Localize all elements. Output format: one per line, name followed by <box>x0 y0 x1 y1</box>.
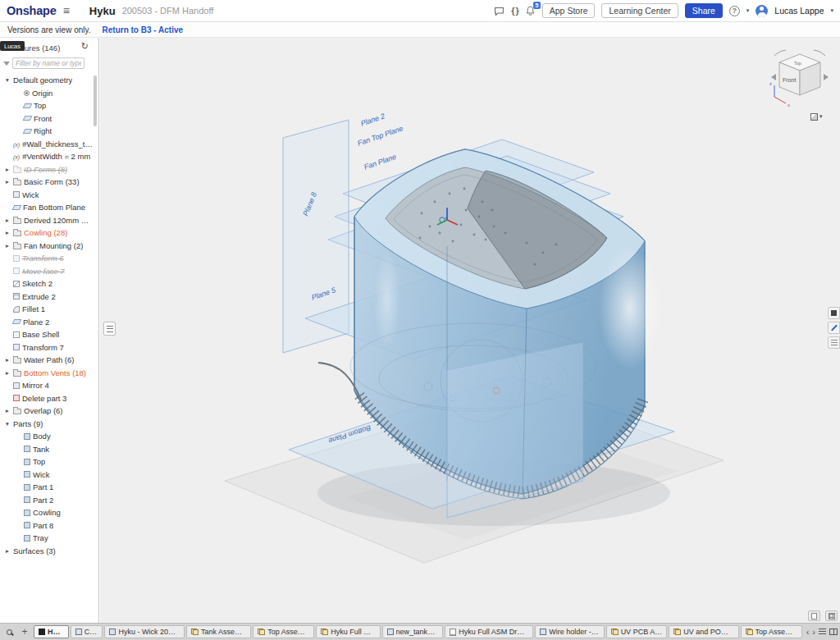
filter-input[interactable] <box>12 57 84 69</box>
document-tab[interactable]: UV PCB ASM <box>606 625 668 638</box>
feature-tree-item[interactable]: Mirror 4 <box>0 379 93 392</box>
document-tab[interactable]: new_tank_KC <box>382 625 444 638</box>
scroll-tabs-right-icon[interactable]: › <box>812 628 815 637</box>
chevron-icon[interactable]: ▸ <box>4 242 11 249</box>
comment-icon[interactable] <box>494 6 504 16</box>
feature-tree-item[interactable]: Transform 6 <box>0 252 93 265</box>
chevron-icon[interactable]: ▸ <box>4 369 11 377</box>
feature-tree-item[interactable]: Body <box>0 430 93 443</box>
app-store-button[interactable]: App Store <box>542 3 596 18</box>
return-to-active-link[interactable]: Return to B3 - Active <box>103 25 184 34</box>
rotate-right-arrow-icon[interactable] <box>824 74 829 80</box>
feature-panel-toggle-button[interactable] <box>103 322 116 336</box>
history-icon[interactable]: ↻ <box>81 41 89 52</box>
feature-tree-item[interactable]: Transform 7 <box>0 341 93 354</box>
user-menu-caret-icon[interactable]: ▾ <box>830 7 833 14</box>
scroll-tabs-left-icon[interactable]: ‹ <box>806 628 810 637</box>
feature-tree-item[interactable]: ▸ Water Path (6) <box>0 354 93 367</box>
graphics-viewport[interactable]: Plane 2 Fan Top Plane Fan Plane Plane 8 … <box>100 38 840 623</box>
list-tool-button[interactable] <box>828 336 840 349</box>
feature-tree-item[interactable]: Extrude 2 <box>0 290 93 304</box>
feature-tree-item[interactable]: Part 2 <box>0 494 93 507</box>
view-cube-front-label[interactable]: Front <box>783 77 796 83</box>
chevron-icon[interactable]: ▸ <box>4 547 11 555</box>
chevron-icon[interactable]: ▸ <box>4 407 11 414</box>
viewport-canvas[interactable] <box>100 38 840 623</box>
feature-tree-item[interactable]: ▾ Parts (9) <box>0 418 93 431</box>
learning-center-button[interactable]: Learning Center <box>601 3 678 18</box>
feature-tree-item[interactable]: Cowling <box>0 506 93 519</box>
feature-tree-item[interactable]: Top <box>0 99 93 112</box>
feature-tree-item[interactable]: Fillet 1 <box>0 303 93 316</box>
search-tabs-button[interactable] <box>2 625 16 638</box>
user-avatar[interactable] <box>756 5 768 17</box>
chevron-icon[interactable]: ▸ <box>4 166 11 173</box>
feature-tree-item[interactable]: Fan Bottom Plane <box>0 201 93 214</box>
document-tab[interactable]: Tank Assembly <box>186 625 251 638</box>
document-tab[interactable]: UV and POWER <box>669 625 738 638</box>
feature-tree-item[interactable]: Front <box>0 112 93 126</box>
document-tab[interactable]: Top Assembly <box>253 625 314 638</box>
feature-tree-item[interactable]: Plane 2 <box>0 316 93 329</box>
document-tab[interactable]: Hyku Full ASM Drawing 1 <box>445 625 533 638</box>
feature-tree-item[interactable]: Part 8 <box>0 519 93 533</box>
roll-arrow-icon[interactable] <box>774 50 786 56</box>
feature-tree-item[interactable]: Tank <box>0 443 93 456</box>
sheet-quick-button[interactable] <box>808 610 820 621</box>
feature-tree-item[interactable]: Base Shell <box>0 328 93 341</box>
document-tab[interactable]: Top Assembly <box>741 625 802 638</box>
feature-tree-item[interactable]: ▸ ID Forms (8) <box>0 163 93 176</box>
chevron-icon[interactable]: ▾ <box>4 76 11 84</box>
feature-tree-item[interactable]: ▸ Bottom Vents (18) <box>0 367 93 380</box>
chevron-icon[interactable]: ▸ <box>4 217 11 224</box>
feature-tree-item[interactable]: Wick <box>0 189 93 202</box>
display-mode-button[interactable]: ▾ <box>810 110 832 123</box>
feature-tree-item[interactable]: ▸ Overlap (6) <box>0 405 93 418</box>
main-menu-icon[interactable]: ≡ <box>63 5 70 16</box>
panel-lines-icon <box>107 326 113 332</box>
feature-tree-scrollbar[interactable] <box>94 75 97 126</box>
feature-tree-item[interactable]: Wick <box>0 469 93 482</box>
document-tab[interactable]: Hyku Full ASM <box>316 625 380 638</box>
document-tab[interactable]: Hyku <box>34 625 69 638</box>
rotate-left-arrow-icon[interactable] <box>771 74 776 80</box>
feature-tree-item[interactable]: ▸ Surfaces (3) <box>0 545 93 558</box>
add-tab-button[interactable]: + <box>18 625 31 638</box>
feature-tree-item[interactable]: Part 1 <box>0 481 93 494</box>
notifications-bell-icon[interactable]: 5 <box>525 6 536 16</box>
feature-tree-item[interactable]: #Wall_thickness_tray ... <box>0 138 93 151</box>
feature-tree-item[interactable]: Sketch 2 <box>0 277 93 290</box>
document-tab[interactable]: Wire holder - KC <box>535 625 604 638</box>
feature-tree-item[interactable]: ▸ Derived 120mm Fan (5) <box>0 214 93 227</box>
document-tab[interactable]: Coin <box>71 625 103 638</box>
feature-tree-item[interactable]: Right <box>0 125 93 138</box>
feature-tree-item[interactable]: #VentWidth = 2 mm <box>0 150 93 163</box>
split-view-icon[interactable] <box>829 629 838 635</box>
roll-arrow-icon[interactable] <box>814 50 825 56</box>
feature-tree-item[interactable]: ▸ Fan Mounting (2) <box>0 240 93 253</box>
tab-list-icon[interactable] <box>819 629 826 635</box>
view-cube[interactable]: Top Front z x <box>766 48 833 115</box>
feature-tree-item[interactable]: ▾ Default geometry <box>0 74 93 87</box>
isolate-tool-button[interactable] <box>828 307 840 319</box>
feature-tree-item[interactable]: Delete part 3 <box>0 392 93 405</box>
feature-tree-item[interactable]: ▸ Cowling (28) <box>0 226 93 240</box>
chevron-icon[interactable]: ▸ <box>4 178 11 185</box>
user-name[interactable]: Lucas Lappe <box>774 6 824 16</box>
chevron-icon[interactable]: ▸ <box>4 356 11 363</box>
feature-tree-item[interactable]: Move face 7 <box>0 265 93 278</box>
help-icon[interactable]: ? <box>729 6 740 16</box>
grid-quick-button[interactable] <box>825 610 838 621</box>
onshape-logo[interactable]: Onshape <box>7 4 57 17</box>
feature-tree-item[interactable]: Origin <box>0 87 93 100</box>
chevron-icon[interactable]: ▸ <box>4 229 11 236</box>
api-code-icon[interactable]: { } <box>511 6 518 16</box>
view-cube-top-label[interactable]: Top <box>794 61 801 66</box>
edit-tool-button[interactable] <box>828 322 840 334</box>
share-button[interactable]: Share <box>685 3 723 18</box>
document-tab[interactable]: Hyku - Wick 200302 <box>104 625 185 638</box>
feature-tree-item[interactable]: Tray <box>0 532 93 545</box>
feature-tree-item[interactable]: Top <box>0 455 93 469</box>
feature-tree-item[interactable]: ▸ Basic Form (33) <box>0 176 93 189</box>
chevron-icon[interactable]: ▾ <box>4 420 11 427</box>
